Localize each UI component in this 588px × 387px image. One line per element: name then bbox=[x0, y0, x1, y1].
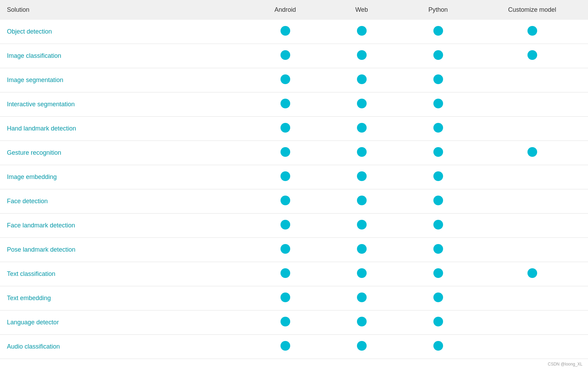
python-dot bbox=[433, 99, 443, 108]
solution-link[interactable]: Interactive segmentation bbox=[7, 101, 75, 108]
android-cell bbox=[247, 238, 323, 262]
table-row: Pose landmark detection bbox=[0, 238, 588, 262]
python-cell bbox=[400, 214, 476, 238]
android-dot bbox=[281, 147, 290, 157]
web-cell bbox=[323, 141, 400, 165]
solution-link[interactable]: Pose landmark detection bbox=[7, 246, 75, 253]
solution-link[interactable]: Audio classification bbox=[7, 343, 60, 350]
android-cell bbox=[247, 335, 323, 359]
table-row: Image classification bbox=[0, 44, 588, 68]
android-dot bbox=[281, 292, 290, 302]
android-cell bbox=[247, 117, 323, 141]
web-cell bbox=[323, 44, 400, 68]
table-row: Text embedding bbox=[0, 286, 588, 310]
solution-link[interactable]: Object detection bbox=[7, 28, 52, 35]
header-web: Web bbox=[323, 0, 400, 20]
table-row: Gesture recognition bbox=[0, 141, 588, 165]
table-header-row: Solution Android Web Python Customize mo… bbox=[0, 0, 588, 20]
customize-dot bbox=[527, 26, 537, 36]
web-dot bbox=[357, 171, 367, 181]
python-cell bbox=[400, 44, 476, 68]
customize-cell bbox=[476, 68, 588, 92]
web-dot bbox=[357, 292, 367, 302]
customize-cell bbox=[476, 165, 588, 189]
table-row: Face landmark detection bbox=[0, 214, 588, 238]
solution-link[interactable]: Image embedding bbox=[7, 173, 57, 180]
web-dot bbox=[357, 196, 367, 205]
solution-link[interactable]: Face landmark detection bbox=[7, 222, 75, 229]
python-dot bbox=[433, 196, 443, 205]
python-cell bbox=[400, 286, 476, 310]
customize-cell bbox=[476, 310, 588, 335]
solution-link[interactable]: Language detector bbox=[7, 319, 59, 326]
android-dot bbox=[281, 220, 290, 230]
android-cell bbox=[247, 92, 323, 117]
customize-cell bbox=[476, 92, 588, 117]
solution-link[interactable]: Gesture recognition bbox=[7, 149, 61, 156]
header-android: Android bbox=[247, 0, 323, 20]
web-cell bbox=[323, 92, 400, 117]
web-dot bbox=[357, 147, 367, 157]
customize-cell bbox=[476, 335, 588, 359]
customize-cell bbox=[476, 262, 588, 286]
solution-link[interactable]: Image segmentation bbox=[7, 76, 63, 83]
solutions-table: Solution Android Web Python Customize mo… bbox=[0, 0, 588, 359]
android-dot bbox=[281, 317, 290, 326]
web-dot bbox=[357, 74, 367, 84]
web-dot bbox=[357, 268, 367, 278]
python-dot bbox=[433, 26, 443, 36]
table-row: Object detection bbox=[0, 20, 588, 44]
web-dot bbox=[357, 317, 367, 326]
table-container: Solution Android Web Python Customize mo… bbox=[0, 0, 588, 369]
customize-cell bbox=[476, 20, 588, 44]
android-dot bbox=[281, 123, 290, 133]
python-cell bbox=[400, 20, 476, 44]
python-cell bbox=[400, 165, 476, 189]
table-row: Interactive segmentation bbox=[0, 92, 588, 117]
solution-link[interactable]: Hand landmark detection bbox=[7, 125, 76, 132]
android-cell bbox=[247, 262, 323, 286]
web-cell bbox=[323, 262, 400, 286]
python-dot bbox=[433, 123, 443, 133]
python-cell bbox=[400, 262, 476, 286]
table-row: Face detection bbox=[0, 189, 588, 214]
solution-link[interactable]: Text classification bbox=[7, 270, 55, 277]
python-dot bbox=[433, 317, 443, 326]
android-dot bbox=[281, 26, 290, 36]
web-dot bbox=[357, 26, 367, 36]
python-dot bbox=[433, 244, 443, 254]
python-cell bbox=[400, 141, 476, 165]
header-python: Python bbox=[400, 0, 476, 20]
watermark: CSDN @loong_XL bbox=[0, 359, 588, 369]
header-solution: Solution bbox=[0, 0, 247, 20]
customize-cell bbox=[476, 286, 588, 310]
header-customize: Customize model bbox=[476, 0, 588, 20]
android-dot bbox=[281, 196, 290, 205]
web-cell bbox=[323, 286, 400, 310]
android-dot bbox=[281, 341, 290, 351]
web-dot bbox=[357, 244, 367, 254]
table-row: Image segmentation bbox=[0, 68, 588, 92]
android-dot bbox=[281, 74, 290, 84]
web-cell bbox=[323, 335, 400, 359]
table-row: Text classification bbox=[0, 262, 588, 286]
python-dot bbox=[433, 292, 443, 302]
web-dot bbox=[357, 123, 367, 133]
solution-link[interactable]: Image classification bbox=[7, 52, 61, 59]
web-cell bbox=[323, 68, 400, 92]
web-dot bbox=[357, 50, 367, 60]
customize-dot bbox=[527, 147, 537, 157]
solution-link[interactable]: Face detection bbox=[7, 198, 48, 205]
python-dot bbox=[433, 268, 443, 278]
web-dot bbox=[357, 220, 367, 230]
web-dot bbox=[357, 99, 367, 108]
solution-link[interactable]: Text embedding bbox=[7, 295, 51, 302]
python-cell bbox=[400, 310, 476, 335]
customize-cell bbox=[476, 214, 588, 238]
web-cell bbox=[323, 165, 400, 189]
python-dot bbox=[433, 147, 443, 157]
android-dot bbox=[281, 244, 290, 254]
customize-cell bbox=[476, 44, 588, 68]
customize-cell bbox=[476, 117, 588, 141]
web-cell bbox=[323, 214, 400, 238]
